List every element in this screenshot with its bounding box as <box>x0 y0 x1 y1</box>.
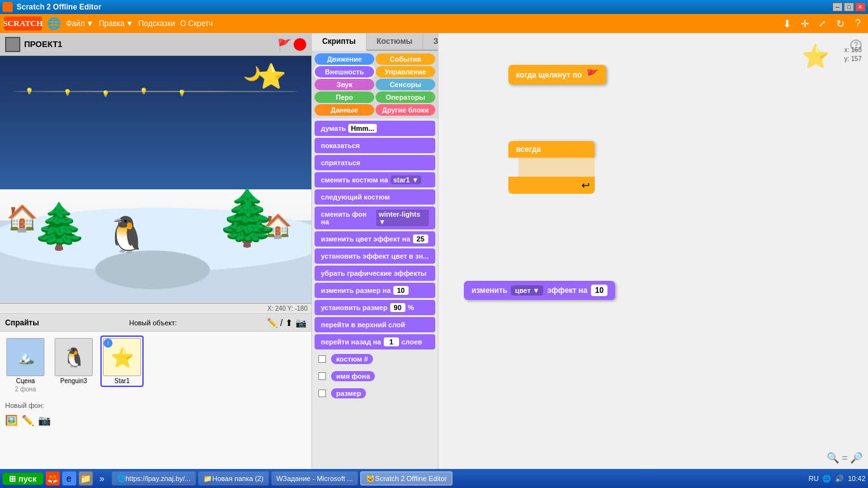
move-icon[interactable]: ✛ <box>798 17 811 30</box>
taskbar-browser-item[interactable]: 🌐 https://lpay.znaj.by/... <box>112 471 196 485</box>
tab-costumes[interactable]: Костюмы <box>367 33 423 50</box>
block-switch-backdrop[interactable]: сменить фон на winter-lights ▼ <box>315 207 435 229</box>
rotate-icon[interactable]: ↻ <box>834 17 846 30</box>
block-set-size[interactable]: установить размер 90 % <box>315 300 435 315</box>
category-sound[interactable]: Звук <box>315 79 374 90</box>
taskbar-word-icon: W <box>276 475 283 482</box>
stage-canvas[interactable]: 🌙 ⭐ 💡 💡 💡 💡 💡 🏠 🏠 🌲 🌲 🌲 🐧 <box>0 56 311 304</box>
canvas-effect-block[interactable]: изменить цвет ▼ эффект на 10 <box>464 281 615 300</box>
category-sensing[interactable]: Сенсоры <box>376 79 435 90</box>
taskbar-folder-icon-small[interactable]: 📁 <box>79 471 93 485</box>
block-show[interactable]: показаться <box>315 138 435 153</box>
upload-sprite-icon[interactable]: ⬆ <box>285 318 293 328</box>
effect-value-input[interactable]: 10 <box>591 285 607 296</box>
taskbar-scratch-item[interactable]: 🐱 Scratch 2 Offline Editor <box>360 471 452 485</box>
block-backdrop-dropdown[interactable]: winter-lights ▼ <box>376 210 429 226</box>
sprite-item-scene[interactable]: 🏔️ Сцена 2 фона <box>4 336 47 395</box>
block-next-costume[interactable]: следующий костюм <box>315 189 435 205</box>
edit-menu[interactable]: Правка ▼ <box>98 19 133 28</box>
paint-new-sprite-icon[interactable]: ✏️ <box>267 318 278 328</box>
paint-backdrop-icon[interactable]: 🖼️ <box>5 414 18 426</box>
taskbar-word-label: Задание - Microsoft ... <box>283 475 353 482</box>
block-hide[interactable]: спрятаться <box>315 155 435 170</box>
sprites-label: Спрайты <box>5 318 39 327</box>
block-think[interactable]: думать Hmm... <box>315 121 435 136</box>
star-sprite-stage: ⭐ <box>256 62 286 90</box>
canvas-loop-block[interactable]: всегда ↩ <box>508 141 595 194</box>
block-change-color-effect[interactable]: изменить цвет эффект на 25 <box>315 231 435 247</box>
camera-backdrop-icon[interactable]: 📷 <box>38 414 51 426</box>
sprite-info-icon[interactable]: i <box>104 339 112 348</box>
block-costume-num[interactable]: костюм # <box>315 351 435 367</box>
category-motion[interactable]: Движение <box>315 53 374 65</box>
file-menu[interactable]: Файл ▼ <box>66 19 93 28</box>
block-color-input[interactable]: 25 <box>413 234 428 243</box>
block-go-back[interactable]: перейти назад на 1 слоев <box>315 334 435 349</box>
taskbar-firefox-icon[interactable]: 🦊 <box>46 471 60 485</box>
camera-sprite-icon[interactable]: 📷 <box>295 318 306 328</box>
category-events[interactable]: События <box>376 53 435 65</box>
taskbar-folder-item[interactable]: 📁 Новая папка (2) <box>198 471 269 485</box>
category-pen[interactable]: Перо <box>315 92 374 103</box>
category-looks[interactable]: Внешность <box>315 66 374 78</box>
taskbar-word-item[interactable]: W Задание - Microsoft ... <box>271 471 358 485</box>
costume-checkbox[interactable] <box>318 355 326 363</box>
block-size-report[interactable]: размер <box>315 386 435 401</box>
script-canvas[interactable]: ? ⭐ x: 163 y: 157 когда щелкнут по 🚩 все… <box>438 33 868 469</box>
size-checkbox[interactable] <box>318 390 326 397</box>
globe-icon[interactable]: 🌐 <box>47 17 61 30</box>
tab-scripts[interactable]: Скрипты <box>312 33 367 51</box>
upload-backdrop-icon[interactable]: ✏️ <box>22 414 34 426</box>
block-layers-input[interactable]: 1 <box>384 337 399 346</box>
tips-menu[interactable]: Подсказки <box>139 19 175 28</box>
download-icon[interactable]: ⬇ <box>780 17 793 30</box>
block-set-size-input[interactable]: 90 <box>390 303 405 312</box>
scene-name: Сцена <box>16 377 34 384</box>
block-backdrop-name[interactable]: имя фона <box>315 369 435 384</box>
help-icon[interactable]: ? <box>851 17 864 30</box>
canvas-x-coord: x: 163 <box>844 46 862 55</box>
green-flag-button[interactable]: 🚩 <box>277 38 290 51</box>
block-go-front[interactable]: перейти в верхний слой <box>315 317 435 332</box>
block-costume-dropdown[interactable]: star1 ▼ <box>391 175 421 184</box>
category-more-blocks[interactable]: Другие блоки <box>376 104 435 116</box>
zoom-out-icon[interactable]: 🔍 <box>827 452 839 464</box>
backdrop-name-checkbox[interactable] <box>318 372 326 380</box>
title-text: Scratch 2 Offline Editor <box>17 3 101 11</box>
taskbar: ⊞ пуск 🦊 e 📁 » 🌐 https://lpay.znaj.by/..… <box>0 469 868 488</box>
blocks-list: думать Hmm... показаться спрятаться смен… <box>312 118 438 469</box>
resize-icon[interactable]: ⤢ <box>816 17 829 30</box>
zoom-in-icon[interactable]: 🔎 <box>850 452 863 464</box>
block-set-color-effect[interactable]: установить эффект цвет в зн... <box>315 248 435 264</box>
stamp-sprite-icon[interactable]: / <box>280 318 283 328</box>
taskbar-extra-icon[interactable]: » <box>95 471 109 485</box>
block-change-size[interactable]: изменить размер на 10 <box>315 283 435 298</box>
scene-sub: 2 фона <box>15 386 36 393</box>
block-switch-costume[interactable]: сменить костюм на star1 ▼ <box>315 172 435 187</box>
zoom-reset-icon[interactable]: = <box>842 452 848 464</box>
windows-icon: ⊞ <box>9 474 16 484</box>
stop-button[interactable] <box>294 38 306 51</box>
block-size-input[interactable]: 10 <box>393 286 409 295</box>
sprite-item-star[interactable]: i ⭐ Star1 <box>100 336 144 387</box>
effect-dropdown[interactable]: цвет ▼ <box>511 285 543 295</box>
taskbar-folder-icon: 📁 <box>203 475 212 483</box>
sprite-item-penguin[interactable]: 🐧 Penguin3 <box>52 336 95 387</box>
close-button[interactable]: ✕ <box>855 3 865 11</box>
about-menu[interactable]: О Скретч <box>180 19 212 28</box>
block-think-input[interactable]: Hmm... <box>348 124 377 133</box>
stage-coords: X: 240 Y: -180 <box>0 304 311 313</box>
canvas-trigger-block[interactable]: когда щелкнут по 🚩 <box>508 65 606 85</box>
block-clear-effects[interactable]: убрать графические эффекты <box>315 266 435 281</box>
backdrop-tools: 🖼️ ✏️ 📷 <box>0 412 311 429</box>
minimize-button[interactable]: ─ <box>832 3 843 11</box>
tree-far-right: 🌲 <box>222 201 273 249</box>
category-data[interactable]: Данные <box>315 104 374 116</box>
category-control[interactable]: Управление <box>376 66 435 78</box>
main-content: ПРОЕКТ1 🚩 🌙 ⭐ 💡 💡 💡 💡 💡 � <box>0 33 868 469</box>
scene-thumb: 🏔️ <box>6 338 44 376</box>
category-operators[interactable]: Операторы <box>376 92 435 103</box>
maximize-button[interactable]: □ <box>844 3 854 11</box>
taskbar-ie-icon[interactable]: e <box>62 471 76 485</box>
start-button[interactable]: ⊞ пуск <box>3 473 43 485</box>
